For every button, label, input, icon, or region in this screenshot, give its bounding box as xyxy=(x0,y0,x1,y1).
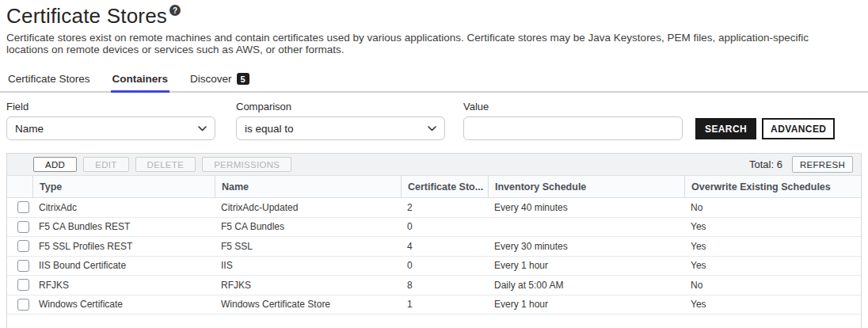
table-toolbar: ADD EDIT DELETE PERMISSIONS Total: 6 REF… xyxy=(7,154,861,176)
page-description: Certificate stores exist on remote machi… xyxy=(6,32,830,55)
cell-type: Windows Certificate xyxy=(32,299,215,310)
cell-type: CitrixAdc xyxy=(32,202,215,213)
field-select-value: Name xyxy=(15,123,198,135)
help-icon[interactable]: ? xyxy=(169,5,181,16)
cell-cert-count: 1 xyxy=(401,299,488,310)
advanced-button[interactable]: ADVANCED xyxy=(762,118,835,139)
chevron-down-icon xyxy=(198,126,207,132)
edit-button[interactable]: EDIT xyxy=(83,157,128,172)
table-row[interactable]: CitrixAdc CitrixAdc-Updated 2 Every 40 m… xyxy=(7,198,861,218)
cell-type: RFJKS xyxy=(32,280,215,291)
table-row[interactable]: Windows Certificate Windows Certificate … xyxy=(7,296,861,315)
cell-overwrite: No xyxy=(684,202,861,213)
row-checkbox[interactable] xyxy=(17,279,29,291)
permissions-button[interactable]: PERMISSIONS xyxy=(202,157,291,172)
tab-label: Discover xyxy=(190,73,232,85)
value-input[interactable] xyxy=(463,116,683,140)
cell-schedule: Daily at 5:00 AM xyxy=(488,280,684,291)
certificate-stores-page: Certificate Stores ? Certificate stores … xyxy=(0,0,868,328)
cell-name: F5 CA Bundles xyxy=(215,221,401,232)
comparison-select-value: is equal to xyxy=(245,123,428,135)
chevron-down-icon xyxy=(428,126,436,132)
table-footer xyxy=(7,315,861,328)
row-checkbox[interactable] xyxy=(17,260,29,272)
cell-name: CitrixAdc-Updated xyxy=(215,202,401,213)
page-header: Certificate Stores ? Certificate stores … xyxy=(0,0,868,55)
tab-certificate-stores[interactable]: Certificate Stores xyxy=(6,70,92,93)
table-row[interactable]: F5 CA Bundles REST F5 CA Bundles 0 Yes xyxy=(7,218,861,238)
row-checkbox[interactable] xyxy=(17,240,29,252)
column-header-name[interactable]: Name xyxy=(215,176,401,197)
table-header-row: Type Name Certificate Sto... Inventory S… xyxy=(7,176,861,198)
cell-cert-count: 4 xyxy=(401,241,488,252)
cell-overwrite: Yes xyxy=(684,241,861,252)
tab-label: Containers xyxy=(112,73,169,85)
cell-name: RFJKS xyxy=(215,280,401,291)
tab-bar: Certificate Stores Containers Discover 5 xyxy=(0,68,868,93)
comparison-label: Comparison xyxy=(236,101,445,113)
cell-schedule: Every 30 minutes xyxy=(488,241,684,252)
table-row[interactable]: F5 SSL Profiles REST F5 SSL 4 Every 30 m… xyxy=(7,237,861,257)
refresh-button[interactable]: REFRESH xyxy=(792,156,853,173)
cell-overwrite: Yes xyxy=(684,299,861,310)
value-label: Value xyxy=(463,101,683,113)
delete-button[interactable]: DELETE xyxy=(135,157,196,172)
cell-name: IIS xyxy=(215,260,401,271)
row-checkbox[interactable] xyxy=(17,201,29,213)
cell-name: F5 SSL xyxy=(215,241,401,252)
row-checkbox[interactable] xyxy=(17,299,29,311)
cell-overwrite: Yes xyxy=(684,221,861,232)
cell-overwrite: No xyxy=(684,280,861,291)
select-all-header-cell xyxy=(7,176,32,197)
tab-containers[interactable]: Containers xyxy=(111,70,170,93)
cell-schedule: Every 1 hour xyxy=(488,260,684,271)
table-row[interactable]: IIS Bound Certificate IIS 0 Every 1 hour… xyxy=(7,257,861,277)
cell-type: F5 SSL Profiles REST xyxy=(32,241,215,252)
tab-label: Certificate Stores xyxy=(8,73,90,85)
cell-cert-count: 2 xyxy=(401,202,488,213)
column-header-certificate-stores[interactable]: Certificate Sto... xyxy=(401,176,488,197)
comparison-select[interactable]: is equal to xyxy=(236,116,445,140)
table-row[interactable]: RFJKS RFJKS 8 Daily at 5:00 AM No xyxy=(7,276,861,296)
cell-cert-count: 0 xyxy=(401,221,488,232)
cell-schedule: Every 1 hour xyxy=(488,299,684,310)
field-select[interactable]: Name xyxy=(6,116,215,140)
column-header-overwrite-existing-schedules[interactable]: Overwrite Existing Schedules xyxy=(684,176,861,197)
cell-schedule: Every 40 minutes xyxy=(488,202,684,213)
cell-type: F5 CA Bundles REST xyxy=(32,221,215,232)
row-checkbox[interactable] xyxy=(17,221,29,233)
discover-count-badge: 5 xyxy=(237,73,249,85)
field-label: Field xyxy=(6,101,215,113)
cell-cert-count: 8 xyxy=(401,280,488,291)
cell-type: IIS Bound Certificate xyxy=(32,260,215,271)
column-header-inventory-schedule[interactable]: Inventory Schedule xyxy=(488,176,684,197)
tab-discover[interactable]: Discover 5 xyxy=(188,70,251,93)
cell-name: Windows Certificate Store xyxy=(215,299,401,310)
page-title: Certificate Stores xyxy=(6,4,167,29)
search-form: Field Name Comparison is equal to Value … xyxy=(0,93,868,140)
total-count: Total: 6 xyxy=(749,158,782,170)
containers-table: ADD EDIT DELETE PERMISSIONS Total: 6 REF… xyxy=(6,153,862,328)
search-button[interactable]: SEARCH xyxy=(695,118,756,139)
cell-cert-count: 0 xyxy=(401,260,488,271)
add-button[interactable]: ADD xyxy=(33,157,77,172)
column-header-type[interactable]: Type xyxy=(32,176,215,197)
cell-overwrite: Yes xyxy=(684,260,861,271)
